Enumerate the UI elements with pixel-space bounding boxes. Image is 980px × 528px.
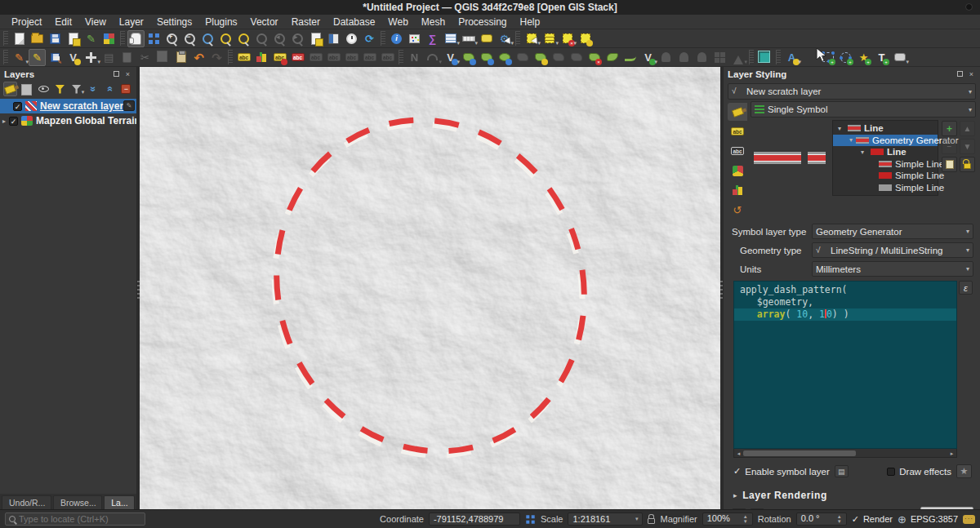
menu-settings[interactable]: Settings <box>150 16 198 29</box>
expander-icon[interactable]: ▸ <box>2 118 6 125</box>
menu-web[interactable]: Web <box>381 16 414 29</box>
right-panel-splitter[interactable] <box>720 67 723 509</box>
magnifier-spinbox[interactable]: 100% ▲▼ <box>702 512 753 526</box>
cut-features-button[interactable]: ✂ <box>136 49 154 66</box>
tab-history[interactable]: ↺ <box>728 201 747 219</box>
reshape-features-button[interactable] <box>460 49 477 66</box>
toggle-editing-button[interactable]: ✎ <box>29 49 46 66</box>
construction-mode-button[interactable] <box>424 49 441 66</box>
move-down-button[interactable]: ▼ <box>960 139 975 154</box>
pan-map-button[interactable] <box>127 30 145 47</box>
labeling-options-button[interactable]: abc <box>271 49 288 66</box>
menu-edit[interactable]: Edit <box>48 16 78 29</box>
tree-row-subline[interactable]: ▾Line <box>833 146 938 158</box>
tab-browser[interactable]: Browse... <box>53 495 102 509</box>
tree-row-simple-line-1[interactable]: Simple Line <box>833 158 938 171</box>
processing-gear-button[interactable]: ⚙ <box>496 30 513 47</box>
trim-extend-button[interactable] <box>621 49 639 66</box>
show-hide-labels-button[interactable]: abc <box>325 49 342 66</box>
remove-layer-button[interactable]: − <box>119 82 133 96</box>
annotation-toolbar-button[interactable]: A <box>783 49 800 66</box>
digitize-curve-segment-button[interactable]: V <box>639 49 657 66</box>
layer-item-new-scratch-layer[interactable]: ✓ New scratch layer ✎ <box>0 99 136 113</box>
select-by-form-button[interactable] <box>577 30 594 47</box>
menu-mesh[interactable]: Mesh <box>415 16 452 29</box>
tree-row-line[interactable]: ▾Line <box>833 122 938 135</box>
menu-database[interactable]: Database <box>327 16 381 29</box>
delete-part-button[interactable] <box>568 49 585 66</box>
new-map-view-button[interactable] <box>307 30 324 47</box>
messages-icon[interactable]: ··· <box>963 515 975 524</box>
pan-to-selection-button[interactable] <box>145 30 163 47</box>
merge-features-button[interactable] <box>514 49 531 66</box>
toolbar-grip[interactable] <box>381 31 385 46</box>
move-label-button[interactable]: abc <box>343 49 360 66</box>
tree-row-geometry-generator[interactable]: ▾Geometry Generator <box>833 135 938 147</box>
toolbar-grip[interactable] <box>515 31 520 46</box>
text-annotation-button[interactable]: T+ <box>873 49 890 66</box>
layer-selector-combo[interactable]: √ New scratch layer ▾ <box>728 83 976 100</box>
delete-ring-button[interactable]: × <box>586 49 603 66</box>
pin-labels-button[interactable]: abc <box>307 49 324 66</box>
map-tips-button[interactable] <box>478 30 495 47</box>
data-defined-override-button[interactable]: ▤ <box>835 465 849 477</box>
menu-layer[interactable]: Layer <box>113 16 150 29</box>
menu-project[interactable]: Project <box>5 16 48 29</box>
tab-layers[interactable]: La... <box>104 495 135 509</box>
draw-effects-options-button[interactable]: ★ <box>956 464 972 478</box>
new-print-layout-button[interactable] <box>65 30 82 47</box>
toolbar-grip[interactable] <box>399 50 403 64</box>
zoom-in-button[interactable]: + <box>163 30 180 47</box>
crs-button[interactable]: ⊕ EPSG:3857 <box>898 513 958 526</box>
rotate-label-button[interactable]: abc <box>361 49 378 66</box>
rotation-spinbox[interactable]: 0.0 ° ▲▼ <box>796 512 847 526</box>
geometry-type-combo[interactable]: √ LineString / MultiLineString ▾ <box>812 242 973 258</box>
tab-masks[interactable]: abc <box>728 142 747 160</box>
toolbar-grip[interactable] <box>228 50 233 64</box>
enable-symbol-layer-checkbox[interactable]: ✓ Enable symbol layer <box>733 466 830 477</box>
split-features-button[interactable] <box>478 49 495 66</box>
run-feature-action-button[interactable] <box>406 30 423 47</box>
scale-combo[interactable]: 1:218161▾ <box>568 512 643 526</box>
symbol-layer-type-combo[interactable]: Geometry Generator ▾ <box>812 224 973 239</box>
polygon-annotation-button[interactable]: + <box>819 49 836 66</box>
grid-digitizing-button[interactable] <box>711 49 728 66</box>
change-label-button[interactable]: abc <box>379 49 396 66</box>
layer-labeling-button[interactable]: abc <box>235 49 252 66</box>
tab-diagrams[interactable] <box>728 181 747 199</box>
digitize-with-curve-button[interactable]: V <box>65 49 82 66</box>
merge-attributes-button[interactable] <box>550 49 567 66</box>
zoom-native-button[interactable] <box>253 30 270 47</box>
redo-button[interactable]: ↷ <box>208 49 225 66</box>
select-features-button[interactable] <box>523 30 540 47</box>
tab-3d-view[interactable] <box>728 162 747 180</box>
filter-legend-button[interactable] <box>53 82 67 96</box>
bookmarks-button[interactable] <box>325 30 342 47</box>
simplify-feature-button[interactable] <box>693 49 710 66</box>
undock-panel-icon[interactable] <box>956 69 964 78</box>
zoom-out-button[interactable]: − <box>181 30 198 47</box>
expand-all-button[interactable]: » <box>86 82 100 96</box>
digitize-with-segment-button[interactable]: V <box>442 49 459 66</box>
expression-editor[interactable]: apply_dash_pattern( $geometry, array( 10… <box>733 281 957 449</box>
menu-processing[interactable]: Processing <box>452 16 513 29</box>
paste-features-button[interactable] <box>172 49 189 66</box>
zoom-next-button[interactable]: ▸ <box>289 30 306 47</box>
tab-labels[interactable]: abc <box>728 122 747 140</box>
menu-plugins[interactable]: Plugins <box>198 16 243 29</box>
select-by-expression-button[interactable] <box>541 30 558 47</box>
zoom-last-button[interactable]: ◂ <box>271 30 288 47</box>
manage-map-themes-button[interactable] <box>37 82 51 96</box>
cad-tools-button[interactable]: N <box>406 49 423 66</box>
renderer-combo[interactable]: Single Symbol ▾ <box>751 101 976 118</box>
scale-lock-icon[interactable] <box>648 518 655 524</box>
close-panel-icon[interactable]: × <box>123 69 132 78</box>
layer-rendering-section[interactable]: ▸ Layer Rendering <box>724 478 980 501</box>
temporal-controller-button[interactable] <box>343 30 360 47</box>
tree-row-simple-line-2[interactable]: Simple Line <box>833 170 938 182</box>
menu-help[interactable]: Help <box>514 16 547 29</box>
undo-button[interactable]: ↶ <box>190 49 207 66</box>
layer-visibility-checkbox[interactable]: ✓ <box>13 102 22 111</box>
toolbar-grip[interactable] <box>749 50 754 64</box>
save-layer-edits-button[interactable]: ✎ <box>47 49 64 66</box>
